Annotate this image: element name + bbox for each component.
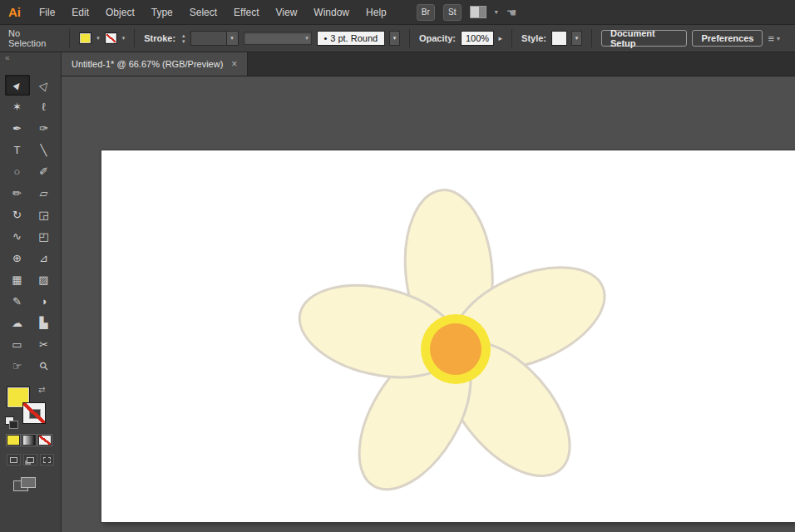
ellipse-tool[interactable]: ○ (5, 161, 30, 182)
perspective-grid-icon: ⊿ (39, 253, 48, 264)
menu-bar-right: Br St ▾ ☚ (417, 4, 517, 21)
line-segment-tool[interactable]: ╲ (32, 140, 57, 160)
chevron-down-icon[interactable]: ▾ (305, 35, 309, 42)
menu-item-help[interactable]: Help (358, 7, 395, 18)
shape-builder-tool[interactable]: ⊕ (5, 248, 30, 268)
draw-normal-button[interactable] (7, 454, 21, 466)
chevron-right-icon[interactable]: ▸ (499, 34, 503, 42)
tools-grid: ►▷✶ℓ✒✑T╲○✐✏▱↻◲∿◰⊕⊿▦▨✎◑☁▙▭✂☞⚲ (0, 65, 61, 377)
preferences-button[interactable]: Preferences (692, 30, 763, 47)
swap-fill-stroke-icon[interactable]: ⇄ (38, 385, 45, 394)
chevron-down-icon[interactable]: ▾ (495, 8, 498, 16)
width-profile-select[interactable]: ▾ (244, 32, 312, 45)
draw-modes (7, 454, 61, 466)
document-tab-title: Untitled-1* @ 66.67% (RGB/Preview) (72, 59, 223, 69)
mesh-icon: ▦ (12, 274, 22, 285)
width-icon: ∿ (12, 231, 22, 242)
fill-color-swatch[interactable] (79, 32, 91, 44)
lasso-tool[interactable]: ℓ (32, 96, 57, 117)
document-tab[interactable]: Untitled-1* @ 66.67% (RGB/Preview) × (62, 52, 248, 76)
zoom-icon: ⚲ (37, 360, 51, 373)
default-stroke-icon[interactable] (9, 421, 18, 429)
menu-item-edit[interactable]: Edit (63, 7, 97, 18)
symbol-sprayer-tool[interactable]: ☁ (5, 313, 30, 333)
chevron-down-icon: ▾ (777, 35, 780, 42)
align-options[interactable]: ≡ ▾ (768, 32, 780, 45)
eraser-tool[interactable]: ▱ (32, 183, 57, 204)
change-screen-mode-button[interactable] (13, 477, 37, 490)
artboard-tool[interactable]: ▭ (5, 334, 30, 355)
pencil-tool[interactable]: ✏ (5, 183, 30, 204)
opacity-input[interactable]: 100% (461, 31, 494, 46)
bridge-button[interactable]: Br (417, 4, 435, 21)
draw-inside-icon (43, 457, 51, 463)
menu-item-view[interactable]: View (268, 7, 306, 18)
width-tool[interactable]: ∿ (5, 226, 30, 247)
curvature-icon: ✑ (39, 123, 48, 134)
draw-normal-icon (10, 457, 17, 463)
chevron-down-icon[interactable]: ▾ (226, 32, 238, 45)
selection-tool[interactable]: ► (5, 75, 30, 96)
slice-tool[interactable]: ✂ (32, 334, 57, 355)
canvas-area[interactable] (62, 76, 795, 532)
menu-item-file[interactable]: File (31, 7, 63, 18)
gradient-tool[interactable]: ▨ (32, 269, 57, 290)
type-icon: T (14, 145, 21, 155)
magic-wand-tool[interactable]: ✶ (5, 96, 30, 117)
free-transform-icon: ◰ (38, 231, 48, 242)
align-icon: ≡ (768, 32, 774, 45)
menu-item-object[interactable]: Object (97, 7, 143, 18)
separator (134, 29, 135, 47)
menu-item-type[interactable]: Type (143, 7, 181, 18)
stroke-indicator-swatch[interactable] (22, 402, 46, 424)
menu-items: FileEditObjectTypeSelectEffectViewWindow… (31, 7, 395, 18)
separator (69, 29, 70, 47)
zoom-tool[interactable]: ⚲ (32, 356, 57, 377)
style-select[interactable] (551, 31, 567, 46)
perspective-grid-tool[interactable]: ⊿ (32, 248, 57, 268)
free-transform-tool[interactable]: ◰ (32, 226, 57, 247)
gradient-button[interactable] (22, 435, 36, 446)
draw-inside-button[interactable] (40, 454, 54, 466)
mesh-tool[interactable]: ▦ (5, 269, 30, 290)
flower-graphic[interactable] (101, 150, 795, 522)
menu-item-effect[interactable]: Effect (225, 7, 267, 18)
stroke-weight-select[interactable]: ▾ (190, 31, 239, 46)
eyedropper-tool[interactable]: ✎ (5, 291, 30, 312)
arrange-documents-icon[interactable] (470, 6, 486, 18)
menu-item-window[interactable]: Window (305, 7, 358, 18)
slice-icon: ✂ (39, 339, 48, 350)
brush-definition-select[interactable]: • 3 pt. Round (317, 31, 385, 46)
scale-tool[interactable]: ◲ (32, 204, 57, 225)
curvature-tool[interactable]: ✑ (32, 118, 57, 139)
menu-item-select[interactable]: Select (181, 7, 225, 18)
hand-gesture-icon[interactable]: ☚ (506, 6, 517, 19)
document-setup-button[interactable]: Document Setup (601, 30, 687, 47)
paintbrush-tool[interactable]: ✐ (32, 161, 57, 182)
color-button[interactable] (7, 435, 20, 446)
chevron-down-icon[interactable]: ▾ (122, 35, 126, 42)
chevron-down-icon[interactable]: ▾ (571, 31, 582, 46)
artboard[interactable] (101, 150, 795, 522)
toolbar-collapse-icon[interactable]: « (0, 52, 61, 65)
rotate-tool[interactable]: ↻ (5, 204, 30, 225)
type-tool[interactable]: T (5, 140, 30, 160)
menu-bar: Ai FileEditObjectTypeSelectEffectViewWin… (0, 0, 795, 25)
chevron-down-icon[interactable]: ▾ (96, 35, 100, 42)
column-graph-tool[interactable]: ▙ (32, 313, 57, 333)
hand-tool[interactable]: ☞ (5, 356, 30, 377)
shape-builder-icon: ⊕ (12, 253, 22, 264)
draw-behind-button[interactable] (23, 454, 37, 466)
fill-stroke-indicator: ⇄ (0, 383, 61, 431)
selection-icon: ► (9, 77, 24, 92)
chevron-down-icon[interactable]: ▾ (389, 31, 400, 46)
none-button[interactable] (38, 435, 52, 446)
flower-center-inner[interactable] (430, 323, 481, 375)
direct-selection-tool[interactable]: ▷ (32, 75, 57, 96)
stroke-color-swatch[interactable] (105, 32, 117, 44)
close-icon[interactable]: × (231, 58, 237, 70)
blend-tool[interactable]: ◑ (32, 291, 57, 312)
pen-tool[interactable]: ✒ (5, 118, 30, 139)
stock-button[interactable]: St (443, 4, 462, 21)
stroke-weight-stepper[interactable]: ▴▾ (182, 32, 185, 44)
